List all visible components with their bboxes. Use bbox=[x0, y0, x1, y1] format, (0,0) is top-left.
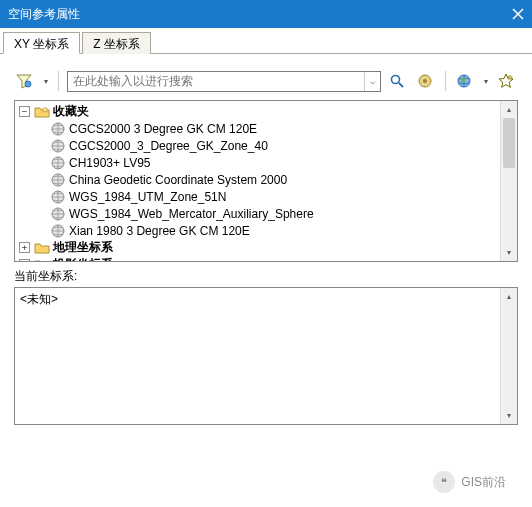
projected-label: 投影坐标系 bbox=[53, 256, 113, 261]
geographic-label: 地理坐标系 bbox=[53, 239, 113, 256]
tree-node-geographic[interactable]: + 地理坐标系 bbox=[15, 239, 517, 256]
locate-button[interactable] bbox=[415, 70, 437, 92]
tab-pane: ▾ ⌵ ▾ bbox=[0, 54, 532, 435]
tree-item[interactable]: WGS_1984_Web_Mercator_Auxiliary_Sphere bbox=[15, 205, 517, 222]
scroll-down-icon[interactable]: ▾ bbox=[501, 407, 517, 424]
close-button[interactable] bbox=[512, 8, 524, 20]
tree-item[interactable]: WGS_1984_UTM_Zone_51N bbox=[15, 188, 517, 205]
watermark-text: GIS前沿 bbox=[461, 474, 506, 491]
search-go-button[interactable] bbox=[387, 70, 409, 92]
scroll-down-icon[interactable]: ▾ bbox=[501, 244, 517, 261]
globe-icon bbox=[50, 206, 66, 222]
toolbar-separator bbox=[58, 71, 59, 91]
tree-node-projected[interactable]: + 投影坐标系 bbox=[15, 256, 517, 261]
tree-item-label: China Geodetic Coordinate System 2000 bbox=[69, 173, 287, 187]
expand-icon[interactable]: + bbox=[19, 242, 30, 253]
folder-star-icon bbox=[34, 104, 50, 120]
tree-item-label: CGCS2000 3 Degree GK CM 120E bbox=[69, 122, 257, 136]
current-crs-label: 当前坐标系: bbox=[14, 268, 518, 285]
svg-point-1 bbox=[391, 76, 399, 84]
globe-icon bbox=[50, 138, 66, 154]
tab-bar: XY 坐标系 Z 坐标系 bbox=[0, 28, 532, 54]
globe-icon bbox=[50, 172, 66, 188]
favorite-button[interactable] bbox=[496, 70, 518, 92]
collapse-icon[interactable]: − bbox=[19, 106, 30, 117]
globe-icon bbox=[456, 73, 472, 89]
svg-point-4 bbox=[423, 79, 427, 83]
globe-icon bbox=[50, 155, 66, 171]
wechat-icon: ❝ bbox=[433, 471, 455, 493]
tree-item-label: WGS_1984_UTM_Zone_51N bbox=[69, 190, 226, 204]
filter-dropdown[interactable]: ▾ bbox=[42, 77, 50, 86]
globe-icon bbox=[50, 121, 66, 137]
tree-item-label: CGCS2000_3_Degree_GK_Zone_40 bbox=[69, 139, 268, 153]
globe-button[interactable] bbox=[454, 70, 476, 92]
globe-icon bbox=[50, 189, 66, 205]
folder-icon bbox=[34, 257, 50, 262]
search-field: ⌵ bbox=[67, 71, 381, 92]
tree-scrollbar[interactable]: ▴ ▾ bbox=[500, 101, 517, 261]
tree-item-label: Xian 1980 3 Degree GK CM 120E bbox=[69, 224, 250, 238]
tab-xy[interactable]: XY 坐标系 bbox=[3, 32, 80, 54]
svg-line-2 bbox=[399, 83, 403, 87]
detail-scrollbar[interactable]: ▴ ▾ bbox=[500, 288, 517, 424]
favorites-label: 收藏夹 bbox=[53, 103, 89, 120]
scroll-up-icon[interactable]: ▴ bbox=[501, 288, 517, 305]
folder-icon bbox=[34, 240, 50, 256]
search-input[interactable] bbox=[68, 74, 364, 88]
locate-icon bbox=[417, 73, 433, 89]
svg-point-0 bbox=[25, 81, 31, 87]
tab-z[interactable]: Z 坐标系 bbox=[82, 32, 151, 54]
close-icon bbox=[512, 8, 524, 20]
toolbar: ▾ ⌵ ▾ bbox=[14, 70, 518, 92]
tree-node-favorites[interactable]: − 收藏夹 bbox=[15, 103, 517, 120]
search-icon bbox=[389, 73, 405, 89]
tree-item[interactable]: Xian 1980 3 Degree GK CM 120E bbox=[15, 222, 517, 239]
scroll-up-icon[interactable]: ▴ bbox=[501, 101, 517, 118]
filter-icon bbox=[16, 73, 32, 89]
scroll-thumb[interactable] bbox=[503, 118, 515, 168]
toolbar-separator-2 bbox=[445, 71, 446, 91]
window-titlebar: 空间参考属性 bbox=[0, 0, 532, 28]
tab-z-label: Z 坐标系 bbox=[93, 37, 140, 51]
tree-item[interactable]: CH1903+ LV95 bbox=[15, 154, 517, 171]
expand-icon[interactable]: + bbox=[19, 259, 30, 261]
tree-item-label: CH1903+ LV95 bbox=[69, 156, 151, 170]
tree-item[interactable]: CGCS2000_3_Degree_GK_Zone_40 bbox=[15, 137, 517, 154]
window-title: 空间参考属性 bbox=[8, 6, 80, 23]
current-crs-box: <未知> ▴ ▾ bbox=[14, 287, 518, 425]
current-crs-value: <未知> bbox=[20, 292, 58, 306]
watermark: ❝ GIS前沿 bbox=[433, 471, 506, 493]
tree-item[interactable]: China Geodetic Coordinate System 2000 bbox=[15, 171, 517, 188]
search-dropdown[interactable]: ⌵ bbox=[364, 72, 380, 91]
tree-item-label: WGS_1984_Web_Mercator_Auxiliary_Sphere bbox=[69, 207, 314, 221]
filter-button[interactable] bbox=[14, 70, 36, 92]
globe-dropdown[interactable]: ▾ bbox=[482, 77, 490, 86]
coord-system-tree: − 收藏夹 CGCS2000 3 Degree GK CM 120E CGCS2… bbox=[14, 100, 518, 262]
globe-icon bbox=[50, 223, 66, 239]
star-icon bbox=[498, 73, 514, 89]
tab-xy-label: XY 坐标系 bbox=[14, 37, 69, 51]
tree-item[interactable]: CGCS2000 3 Degree GK CM 120E bbox=[15, 120, 517, 137]
